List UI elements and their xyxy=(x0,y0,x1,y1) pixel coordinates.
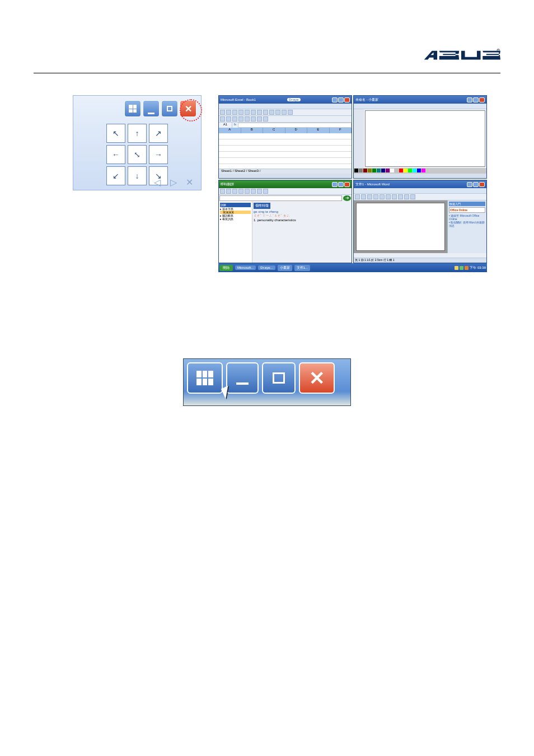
paint-toolbox[interactable] xyxy=(354,109,364,168)
word-status-bar: 頁 1 節 1 1/1 於 2.5cm 行 1 欄 1 xyxy=(354,258,486,263)
paint-canvas[interactable] xyxy=(365,110,485,167)
dict-search-input[interactable] xyxy=(219,195,342,201)
sheet-tabs[interactable]: Sheet1 / Sheet2 / Sheet3 / xyxy=(219,169,352,174)
maximize-icon[interactable] xyxy=(161,100,178,117)
maximize-button[interactable] xyxy=(262,362,296,394)
word-title: 文件1 - Microsoft Word xyxy=(355,182,390,187)
taskbar-button[interactable]: Dr.eye... xyxy=(258,265,275,270)
spreadsheet-grid[interactable] xyxy=(219,133,352,169)
dict-result: 個性特徵 ge xing te zheng ㄍㄜˋ ㄒㄧㄥˋ ㄊㄜˋ ㄓㄥ 1.… xyxy=(252,202,352,263)
clock: 下午 03:38 xyxy=(470,265,486,270)
close-button[interactable]: ✕ xyxy=(299,362,335,394)
dict-title: 即時翻譯 xyxy=(221,182,234,187)
dir-top-right[interactable]: ↗ xyxy=(149,124,168,143)
asus-logo: R xyxy=(422,48,500,64)
taskbar-button[interactable]: Microsoft... xyxy=(235,265,256,270)
start-button[interactable]: 開始 xyxy=(219,265,233,271)
footer-nav-arrows[interactable]: ◁ ▷ ✕ xyxy=(154,177,196,188)
horizontal-rule xyxy=(34,73,500,73)
grid-button[interactable] xyxy=(187,362,223,394)
taskbar-button[interactable]: 文件1... xyxy=(294,265,310,271)
windows-taskbar[interactable]: 開始 Microsoft... Dr.eye... 小畫家 文件1... 下午 … xyxy=(218,263,487,272)
dir-top[interactable]: ↑ xyxy=(128,124,147,143)
grid-icon[interactable] xyxy=(124,100,141,117)
splitter-control-panel: ✕ ↖ ↑ ↗ ← ⤡ → ↙ ↓ ↘ ◁ ▷ ✕ xyxy=(73,95,202,190)
taskbar-button[interactable]: 小畫家 xyxy=(278,265,292,271)
color-palette[interactable] xyxy=(354,168,486,174)
dir-left[interactable]: ← xyxy=(106,145,125,164)
paint-title: 未命名 - 小畫家 xyxy=(355,97,378,102)
system-tray[interactable]: 下午 03:38 xyxy=(455,265,486,270)
dir-top-left[interactable]: ↖ xyxy=(106,124,125,143)
paint-window: 未命名 - 小畫家 xyxy=(353,95,487,179)
dir-bottom[interactable]: ↓ xyxy=(128,166,147,185)
excel-window: Microsoft Excel - Book1 Dr.eye A1 fx ABC… xyxy=(218,95,352,179)
word-window: 文件1 - Microsoft Word 快速入門 Office Online … xyxy=(353,180,487,263)
minimize-icon[interactable] xyxy=(143,100,160,117)
word-task-pane[interactable]: 快速入門 Office Online • 連線至 Microsoft Offic… xyxy=(447,200,486,253)
dir-center[interactable]: ⤡ xyxy=(128,145,147,164)
tiled-windows-screenshot: Microsoft Excel - Book1 Dr.eye A1 fx ABC… xyxy=(218,95,487,263)
dict-go-button[interactable]: ➔ xyxy=(343,195,351,201)
formula-bar[interactable] xyxy=(238,123,352,128)
dir-right[interactable]: → xyxy=(149,145,168,164)
dict-tree[interactable]: 詞庫 ▸ 基本字典 英漢漢英 ▸ 國語辭典 ▸ 專業詞典 xyxy=(219,202,252,263)
dir-bottom-left[interactable]: ↙ xyxy=(106,166,125,185)
excel-title: Microsoft Excel - Book1 xyxy=(221,98,256,101)
name-box[interactable]: A1 xyxy=(219,123,232,128)
dreye-badge: Dr.eye xyxy=(287,98,300,101)
word-page[interactable] xyxy=(356,203,445,251)
close-icon[interactable]: ✕ xyxy=(180,100,196,117)
column-headers: ABCDEF xyxy=(219,128,352,133)
dictionary-window: 即時翻譯 ➔ 詞庫 ▸ 基本字典 英漢漢英 ▸ 國語辭典 ▸ 專業詞典 個性特徵 xyxy=(218,180,352,263)
enlarged-titlebar: ✕ xyxy=(183,358,351,406)
nine-direction-grid: ↖ ↑ ↗ ← ⤡ → ↙ ↓ ↘ xyxy=(106,124,168,185)
